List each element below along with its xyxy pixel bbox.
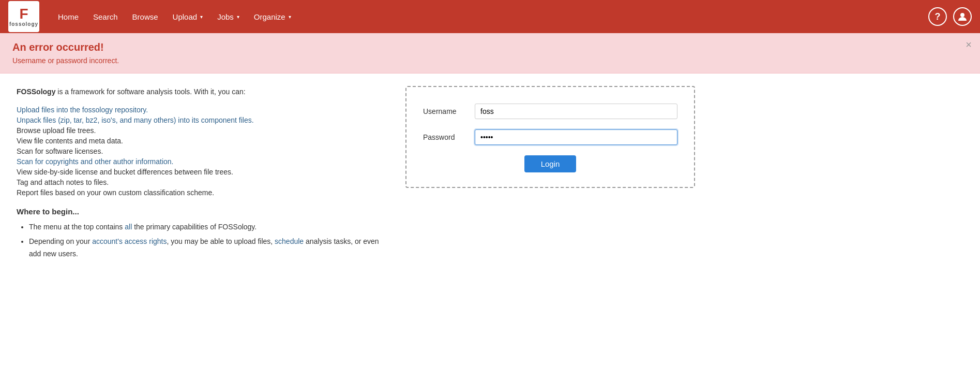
intro-text-rest: is a framework for software analysis too… — [55, 88, 245, 96]
list-item: Report files based on your own custom cl… — [17, 188, 389, 197]
list-item: View side-by-side license and bucket dif… — [17, 168, 389, 176]
nav-upload[interactable]: Upload ▾ — [167, 8, 209, 25]
logo-f-letter: F — [19, 7, 28, 21]
feature-link[interactable]: Scan for copyrights and other author inf… — [17, 157, 174, 166]
feature-list: Upload files into the fossology reposito… — [17, 106, 389, 197]
username-label: Username — [423, 107, 475, 115]
nav-home[interactable]: Home — [52, 8, 85, 25]
logo-text: fossology — [9, 21, 38, 27]
user-button[interactable] — [953, 7, 972, 26]
list-item: The menu at the top contains all the pri… — [29, 221, 389, 234]
login-btn-row: Login — [423, 155, 677, 172]
login-box: Username Password Login — [405, 86, 695, 188]
list-item: Browse upload file trees. — [17, 126, 389, 135]
error-message: Username or password incorrect. — [12, 56, 968, 65]
main-content: FOSSology is a framework for software an… — [0, 74, 980, 275]
nav-browse[interactable]: Browse — [126, 8, 164, 25]
upload-caret: ▾ — [200, 14, 203, 20]
user-icon — [957, 11, 968, 22]
username-input[interactable] — [475, 104, 677, 119]
schedule-link[interactable]: schedule — [275, 237, 304, 245]
nav-right: ? — [928, 7, 972, 26]
error-title: An error occurred! — [12, 41, 968, 53]
list-item: Scan for copyrights and other author inf… — [17, 157, 389, 166]
help-button[interactable]: ? — [928, 7, 947, 26]
feature-link[interactable]: Upload files into the fossology reposito… — [17, 106, 148, 114]
login-button[interactable]: Login — [524, 155, 577, 172]
organize-caret: ▾ — [289, 14, 291, 20]
error-close-button[interactable]: × — [966, 39, 972, 50]
list-item: Tag and attach notes to files. — [17, 178, 389, 186]
svg-point-0 — [960, 13, 964, 17]
nav-links: Home Search Browse Upload ▾ Jobs ▾ Organ… — [52, 8, 928, 25]
bullet-list: The menu at the top contains all the pri… — [29, 221, 389, 260]
account-link[interactable]: account's access rights — [92, 237, 167, 245]
all-link[interactable]: all — [125, 223, 132, 231]
intro-paragraph: FOSSology is a framework for software an… — [17, 86, 389, 97]
fossology-brand: FOSSology — [17, 88, 55, 96]
password-row: Password — [423, 129, 677, 145]
list-item: Upload files into the fossology reposito… — [17, 106, 389, 114]
logo-box: F fossology — [8, 1, 39, 32]
list-item: Unpack files (zip, tar, bz2, iso's, and … — [17, 116, 389, 124]
jobs-caret: ▾ — [237, 14, 239, 20]
right-panel: Username Password Login — [405, 86, 695, 263]
where-to-begin-heading: Where to begin... — [17, 207, 389, 216]
username-row: Username — [423, 104, 677, 119]
navbar: F fossology Home Search Browse Upload ▾ … — [0, 0, 980, 33]
left-panel: FOSSology is a framework for software an… — [17, 86, 389, 263]
nav-organize[interactable]: Organize ▾ — [248, 8, 297, 25]
list-item: Scan for software licenses. — [17, 147, 389, 155]
error-banner: An error occurred! Username or password … — [0, 33, 980, 74]
feature-link[interactable]: Unpack files (zip, tar, bz2, iso's, and … — [17, 116, 254, 124]
password-input[interactable] — [475, 129, 677, 145]
password-label: Password — [423, 133, 475, 141]
logo[interactable]: F fossology — [8, 1, 39, 32]
list-item: Depending on your account's access right… — [29, 236, 389, 260]
list-item: View file contents and meta data. — [17, 137, 389, 145]
nav-search[interactable]: Search — [87, 8, 124, 25]
nav-jobs[interactable]: Jobs ▾ — [211, 8, 246, 25]
